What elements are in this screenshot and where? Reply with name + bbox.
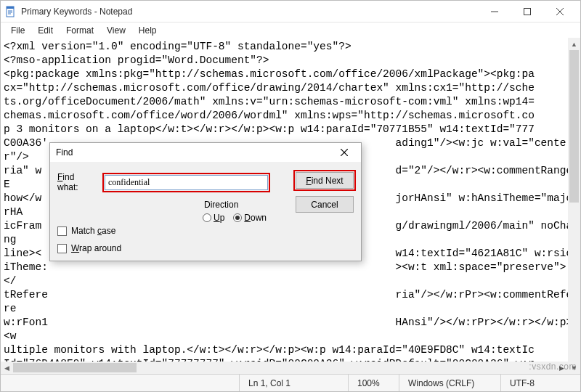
menu-help[interactable]: Help (133, 24, 163, 37)
direction-group: Direction Up Down (203, 200, 286, 229)
close-button[interactable] (543, 1, 576, 23)
find-what-label: Find what: (57, 172, 97, 192)
maximize-button[interactable] (511, 1, 543, 23)
minimize-button[interactable] (478, 1, 511, 23)
menu-view[interactable]: View (101, 24, 131, 37)
watermark: :vsxdn.com (529, 362, 577, 372)
menubar: File Edit Format View Help (1, 23, 580, 38)
scroll-up-icon[interactable]: ▲ (568, 38, 580, 50)
scroll-left-icon[interactable]: ◀ (1, 362, 13, 374)
statusbar: Ln 1, Col 1 100% Windows (CRLF) UTF-8 (1, 374, 580, 391)
menu-edit[interactable]: Edit (32, 24, 59, 37)
cancel-button[interactable]: Cancel (296, 196, 354, 213)
radio-icon (203, 213, 211, 222)
vertical-scrollbar[interactable]: ▲ ▼ (568, 38, 580, 374)
svg-rect-1 (7, 7, 14, 9)
status-position: Ln 1, Col 1 (239, 375, 348, 391)
window-title: Primary Keywords - Notepad (21, 7, 478, 17)
direction-up-radio[interactable]: Up (203, 213, 224, 223)
find-title-text: Find (56, 147, 333, 158)
checkbox-icon (57, 244, 67, 253)
status-zoom: 100% (348, 375, 399, 391)
svg-rect-6 (524, 9, 530, 15)
titlebar[interactable]: Primary Keywords - Notepad (1, 1, 580, 23)
find-titlebar[interactable]: Find (50, 143, 361, 162)
window-controls (478, 1, 576, 22)
direction-label: Direction (204, 200, 286, 210)
find-dialog: Find Find what: Find Next Cancel Directi… (49, 142, 362, 261)
checkbox-icon (57, 226, 67, 236)
scroll-thumb-h[interactable] (13, 363, 137, 372)
menu-format[interactable]: Format (60, 24, 99, 37)
direction-down-radio[interactable]: Down (233, 213, 267, 223)
match-case-checkbox[interactable]: Match case (57, 226, 115, 236)
find-close-button[interactable] (333, 144, 355, 160)
scroll-thumb-v[interactable] (569, 50, 579, 203)
status-line-ending: Windows (CRLF) (399, 375, 500, 391)
radio-icon (233, 213, 242, 222)
notepad-icon (5, 6, 17, 17)
horizontal-scrollbar[interactable]: ◀ ▶ (1, 362, 568, 374)
find-what-input[interactable] (105, 175, 268, 190)
status-encoding: UTF-8 (500, 375, 580, 391)
menu-file[interactable]: File (5, 24, 31, 37)
find-next-button[interactable]: Find Next (296, 172, 354, 189)
wrap-around-checkbox[interactable]: Wrap around (57, 243, 121, 253)
